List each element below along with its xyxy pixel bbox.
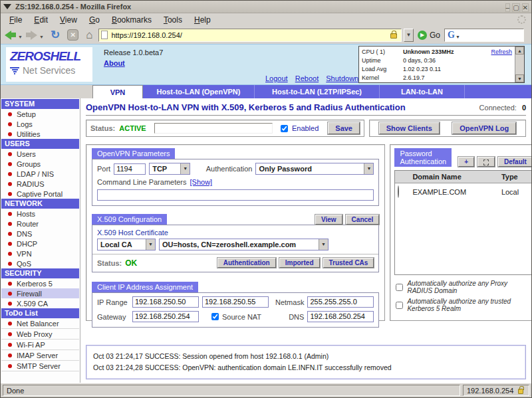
openvpn-log-button[interactable]: OpenVPN Log	[452, 122, 516, 134]
domain-radio[interactable]	[398, 185, 399, 198]
sidebar-item-vpn[interactable]: VPN	[1, 249, 79, 258]
url-dropdown-button[interactable]: ▼	[404, 29, 414, 42]
authentication-button[interactable]: Authentication	[217, 258, 276, 268]
dns-input[interactable]: 192.168.250.254	[307, 311, 374, 322]
sidebar-item-utilities[interactable]: Utilities	[1, 129, 79, 139]
go-button[interactable]: ▶ Go	[418, 31, 440, 40]
sidebar-item-wifi-ap[interactable]: Wi-Fi AP	[1, 340, 79, 350]
back-button[interactable]	[5, 31, 16, 40]
menu-bookmarks[interactable]: Bookmarks	[106, 15, 158, 25]
tab-vpn[interactable]: VPN	[92, 85, 143, 98]
navigation-toolbar: ▼ ▼ ↻ ✕ ⌂ https://192.168.0.254/ ▼ ▶ Go …	[1, 26, 531, 45]
auto-kerberos-checkbox[interactable]	[396, 302, 403, 309]
menu-view[interactable]: View	[54, 15, 83, 25]
menu-bar: File Edit View Go Bookmarks Tools Help	[1, 13, 531, 26]
port-label: Port	[97, 165, 110, 173]
close-button[interactable]: ✕	[522, 3, 529, 12]
menu-go[interactable]: Go	[83, 15, 106, 25]
show-link[interactable]: [Show]	[190, 178, 213, 186]
bullet-icon	[8, 132, 12, 136]
about-link[interactable]: About	[104, 59, 125, 67]
menu-edit[interactable]: Edit	[28, 15, 54, 25]
home-icon[interactable]: ⌂	[86, 29, 92, 42]
connected-label: Connected:	[479, 104, 517, 112]
forward-button[interactable]	[26, 31, 37, 40]
page-icon	[101, 31, 108, 39]
trusted-cas-button[interactable]: Trusted CAs	[323, 258, 374, 268]
protocol-select[interactable]: TCP ▼	[149, 163, 190, 175]
ca-select[interactable]: Local CA ▼	[97, 239, 156, 250]
maximize-button[interactable]: ▢	[512, 3, 519, 12]
sidebar-item-qos[interactable]: QoS	[1, 258, 79, 268]
url-input[interactable]: https://192.168.0.254/	[111, 31, 388, 39]
sidebar-item-net-balancer[interactable]: Net Balancer	[1, 318, 79, 329]
search-engine-dropdown-icon[interactable]: ▼	[456, 35, 460, 39]
sidebar-item-web-proxy[interactable]: Web Proxy	[1, 329, 79, 340]
sidebar-item-firewall[interactable]: Firewall	[1, 288, 79, 298]
menu-tools[interactable]: Tools	[158, 15, 188, 25]
scroll-down-icon[interactable]: ▼	[515, 74, 524, 82]
table-row[interactable]: EXAMPLE.COM Local	[395, 183, 531, 201]
tab-host-to-lan-openvpn[interactable]: Host-to-LAN (OpenVPN)	[143, 85, 255, 98]
refresh-link[interactable]: Refresh	[491, 48, 512, 56]
gateway-input[interactable]: 192.168.250.254	[132, 311, 199, 322]
sidebar-item-groups[interactable]: Groups	[1, 159, 79, 169]
stop-icon[interactable]: ✕	[67, 29, 78, 41]
sidebar-item-smtp-server[interactable]: SMTP Server	[1, 361, 79, 371]
sidebar-item-router[interactable]: Router	[1, 219, 79, 229]
auto-radius-checkbox[interactable]	[396, 284, 403, 291]
domain-name: EXAMPLE.COM	[412, 188, 501, 196]
url-bar[interactable]: https://192.168.0.254/	[98, 29, 402, 42]
sidebar-item-users[interactable]: Users	[1, 149, 79, 159]
search-input[interactable]: G ▼	[444, 29, 524, 42]
client-ip-title: Client IP Address Assignment	[92, 282, 198, 292]
sidebar-item-imap-server[interactable]: IMAP Server	[1, 350, 79, 361]
enabled-checkbox[interactable]	[281, 125, 288, 132]
add-domain-button[interactable]: +	[458, 157, 474, 167]
save-button[interactable]: Save	[328, 122, 360, 134]
sidebar-item-ldap-nis[interactable]: LDAP / NIS	[1, 169, 79, 179]
tab-lan-to-lan[interactable]: LAN-to-LAN	[380, 85, 465, 98]
ip-range-from-input[interactable]: 192.168.250.50	[132, 296, 199, 308]
sidebar-item-kerberos[interactable]: Kerberos 5	[1, 278, 79, 288]
tab-host-to-lan-l2tp[interactable]: Host-to-LAN (L2TP/IPSec)	[255, 85, 380, 98]
sidebar-item-logs[interactable]: Logs	[1, 119, 79, 129]
sidebar-item-dns[interactable]: DNS	[1, 229, 79, 239]
sidebar-item-radius[interactable]: RADIUS	[1, 179, 79, 189]
cancel-button[interactable]: Cancel	[346, 215, 380, 225]
shutdown-link[interactable]: Shutdown	[326, 74, 358, 82]
port-input[interactable]: 1194	[114, 163, 146, 175]
sidebar-item-dhcp[interactable]: DHCP	[1, 239, 79, 249]
sidebar-item-x509-ca[interactable]: X.509 CA	[1, 298, 79, 308]
openvpn-parameters-box: Port 1194 TCP ▼ Authentication Only Pass…	[92, 159, 379, 206]
reboot-link[interactable]: Reboot	[295, 74, 319, 82]
bullet-icon	[8, 232, 12, 236]
logout-link[interactable]: Logout	[265, 74, 288, 82]
logo-text: ZEROSHELL	[10, 49, 88, 64]
scroll-up-icon[interactable]: ▲	[515, 47, 524, 54]
logo-subtitle: Net Services	[23, 65, 75, 76]
default-button[interactable]: Default	[498, 157, 531, 167]
stats-scrollbar[interactable]: ▲ ▼	[515, 47, 524, 82]
sidebar-item-setup[interactable]: Setup	[1, 109, 79, 119]
certificate-select[interactable]: OU=hosts, CN=zeroshell.example.com ▼	[159, 239, 329, 250]
menu-file[interactable]: File	[3, 15, 28, 25]
main-content: OpenVPN Host-to-LAN VPN with X.509, Kerb…	[80, 98, 531, 383]
cmdline-input[interactable]	[97, 189, 374, 201]
netmask-input[interactable]: 255.255.255.0	[307, 296, 374, 308]
bullet-icon	[8, 242, 12, 246]
menu-help[interactable]: Help	[188, 15, 217, 25]
reload-icon[interactable]: ↻	[51, 29, 60, 42]
imported-button[interactable]: Imported	[279, 258, 320, 268]
back-dropdown-icon[interactable]: ▼	[18, 35, 23, 39]
authentication-select[interactable]: Only Password ▼	[255, 163, 374, 175]
ip-range-to-input[interactable]: 192.168.250.55	[202, 296, 269, 308]
remove-domain-button[interactable]	[477, 157, 495, 167]
forward-dropdown-icon[interactable]: ▼	[39, 35, 44, 39]
minimize-button[interactable]: –	[505, 3, 511, 12]
view-button[interactable]: View	[315, 215, 342, 225]
sidebar-item-captive-portal[interactable]: Captive Portal	[1, 189, 79, 199]
show-clients-button[interactable]: Show Clients	[379, 122, 440, 134]
source-nat-checkbox[interactable]	[211, 313, 219, 320]
sidebar-item-hosts[interactable]: Hosts	[1, 209, 79, 219]
